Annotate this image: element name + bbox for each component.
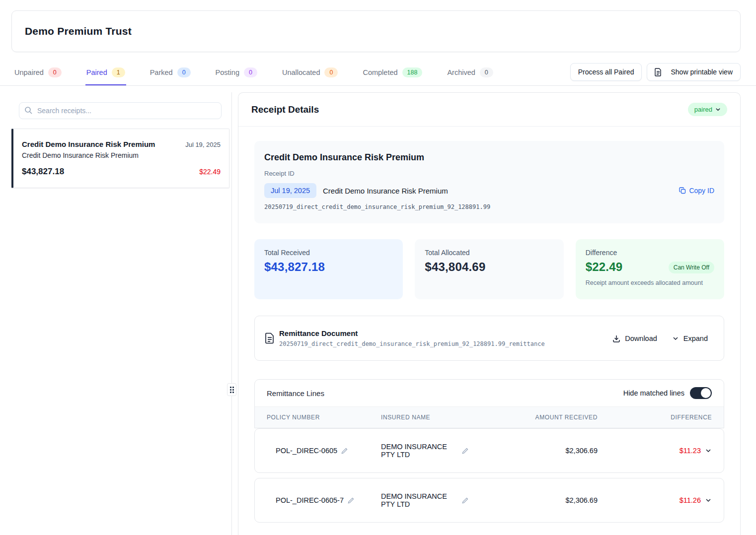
tab-unallocated[interactable]: Unallocated 0 <box>281 65 339 85</box>
search-input[interactable] <box>19 102 222 119</box>
tab-posting-count: 0 <box>244 67 257 77</box>
row-insured-name: DEMO INSURANCE PTY LTD <box>381 443 458 459</box>
tabs: Unpaired 0 Paired 1 Parked 0 Posting 0 U… <box>13 65 570 85</box>
details-title: Receipt Details <box>251 104 319 115</box>
receipt-list-item[interactable]: Credit Demo Insurance Risk Premium Jul 1… <box>11 129 229 188</box>
edit-policy-icon[interactable] <box>348 497 354 504</box>
tab-paired-count: 1 <box>112 67 125 77</box>
search-wrap <box>19 102 222 119</box>
receipt-id-value: 20250719_direct_credit_demo_insurance_ri… <box>264 203 714 210</box>
receipt-id-label: Receipt ID <box>264 170 714 177</box>
remittance-lines-section: Remittance Lines Hide matched lines POLI… <box>254 379 724 523</box>
tab-archived[interactable]: Archived 0 <box>446 65 494 85</box>
receipt-date-badge: Jul 19, 2025 <box>264 183 316 198</box>
receipt-summary-card: Credit Demo Insurance Risk Premium Recei… <box>254 141 724 223</box>
show-printable-view-label: Show printable view <box>671 68 733 76</box>
row-policy-number: POL-_DIREC-0605-7 <box>276 496 344 504</box>
details-header: Receipt Details paired <box>238 93 740 127</box>
copy-id-label: Copy ID <box>689 187 714 195</box>
copy-icon <box>679 187 686 194</box>
row-amount-received: $2,306.69 <box>565 447 598 455</box>
tab-unpaired[interactable]: Unpaired 0 <box>13 65 63 85</box>
chevron-down-icon <box>672 335 679 342</box>
tab-parked-count: 0 <box>177 67 191 77</box>
col-difference: DIFFERENCE <box>598 414 712 421</box>
tab-archived-count: 0 <box>480 67 493 77</box>
total-allocated-card: Total Allocated $43,804.69 <box>415 239 563 299</box>
document-icon <box>265 333 274 344</box>
remittance-lines-title: Remittance Lines <box>267 389 324 398</box>
can-write-off-badge: Can Write Off <box>669 262 714 273</box>
status-label: paired <box>694 106 712 113</box>
tab-completed[interactable]: Completed 188 <box>362 65 423 85</box>
difference-card: Difference $22.49 Can Write Off Receipt … <box>576 239 724 299</box>
process-all-paired-button[interactable]: Process all Paired <box>570 63 642 81</box>
receipt-name: Credit Demo Insurance Risk Premium <box>264 152 714 163</box>
receipt-item-subtitle: Credit Demo Insurance Risk Premium <box>22 151 221 159</box>
page-header: Demo Premium Trust <box>11 10 741 52</box>
remittance-lines-header-card: Remittance Lines Hide matched lines POLI… <box>254 379 724 428</box>
tab-bar: Unpaired 0 Paired 1 Parked 0 Posting 0 U… <box>0 63 756 86</box>
row-difference: $11.23 <box>680 447 701 455</box>
remittance-document-filename: 20250719_direct_credit_demo_insurance_ri… <box>279 340 612 347</box>
expand-label: Expand <box>683 334 708 342</box>
download-icon <box>612 334 620 342</box>
tab-posting-label: Posting <box>216 68 239 76</box>
tab-completed-label: Completed <box>363 68 397 76</box>
receipt-item-date: Jul 19, 2025 <box>185 141 221 148</box>
receipt-details-panel: Receipt Details paired Credit Demo Insur… <box>238 92 741 535</box>
total-received-label: Total Received <box>264 249 393 257</box>
toggle-knob <box>701 388 711 398</box>
receipt-item-title: Credit Demo Insurance Risk Premium <box>22 140 155 148</box>
remittance-line-row[interactable]: POL-_DIREC-0605 DEMO INSURANCE PTY LTD <box>254 428 724 473</box>
total-received-value: $43,827.18 <box>264 260 393 274</box>
total-allocated-value: $43,804.69 <box>425 260 553 274</box>
search-icon <box>24 106 32 114</box>
copy-id-button[interactable]: Copy ID <box>679 187 714 195</box>
process-all-paired-label: Process all Paired <box>578 68 634 76</box>
splitter-grip-icon[interactable] <box>227 383 236 396</box>
col-insured-name: INSURED NAME <box>381 414 468 421</box>
tab-completed-count: 188 <box>402 67 423 77</box>
splitter-line <box>231 92 232 535</box>
document-icon <box>655 68 662 76</box>
hide-matched-lines-toggle[interactable] <box>690 387 712 399</box>
receipt-description: Credit Demo Insurance Risk Premium <box>323 187 679 195</box>
difference-value: $22.49 <box>586 260 623 274</box>
tab-parked[interactable]: Parked 0 <box>149 65 192 85</box>
tab-posting[interactable]: Posting 0 <box>215 65 258 85</box>
remittance-line-row[interactable]: POL-_DIREC-0605-7 DEMO INSURANCE PTY LTD <box>254 478 724 523</box>
expand-button[interactable]: Expand <box>672 334 708 342</box>
content: Credit Demo Insurance Risk Premium Jul 1… <box>11 92 741 535</box>
tab-paired[interactable]: Paired 1 <box>85 65 126 85</box>
page-title: Demo Premium Trust <box>25 25 132 37</box>
row-policy-number: POL-_DIREC-0605 <box>276 447 337 455</box>
edit-insured-icon[interactable] <box>462 448 468 454</box>
col-policy-number: POLICY NUMBER <box>267 414 381 421</box>
hide-matched-lines-label: Hide matched lines <box>623 389 684 397</box>
tab-archived-label: Archived <box>447 68 475 76</box>
download-button[interactable]: Download <box>612 334 657 342</box>
tab-unpaired-label: Unpaired <box>14 68 44 76</box>
row-amount-received: $2,306.69 <box>565 496 598 504</box>
lines-column-headers: POLICY NUMBER INSURED NAME AMOUNT RECEIV… <box>255 407 724 428</box>
col-amount-received: AMOUNT RECEIVED <box>468 414 598 421</box>
row-insured-name: DEMO INSURANCE PTY LTD <box>381 492 458 508</box>
receipt-item-amount: $43,827.18 <box>22 167 64 177</box>
edit-policy-icon[interactable] <box>341 448 348 454</box>
receipt-item-difference: $22.49 <box>199 168 221 176</box>
panel-splitter[interactable] <box>230 92 233 535</box>
chevron-down-icon[interactable] <box>705 497 712 504</box>
edit-insured-icon[interactable] <box>462 497 468 504</box>
tab-actions: Process all Paired Show printable view <box>570 63 741 85</box>
show-printable-view-button[interactable]: Show printable view <box>647 63 741 81</box>
remittance-document-title: Remittance Document <box>279 329 612 337</box>
details-body: Credit Demo Insurance Risk Premium Recei… <box>238 127 740 535</box>
tab-unallocated-label: Unallocated <box>282 68 320 76</box>
difference-label: Difference <box>586 249 623 257</box>
chevron-down-icon[interactable] <box>705 447 712 454</box>
total-received-card: Total Received $43,827.18 <box>254 239 403 299</box>
tab-unallocated-count: 0 <box>324 67 338 77</box>
stat-cards: Total Received $43,827.18 Total Allocate… <box>254 239 724 299</box>
status-dropdown[interactable]: paired <box>688 103 727 116</box>
